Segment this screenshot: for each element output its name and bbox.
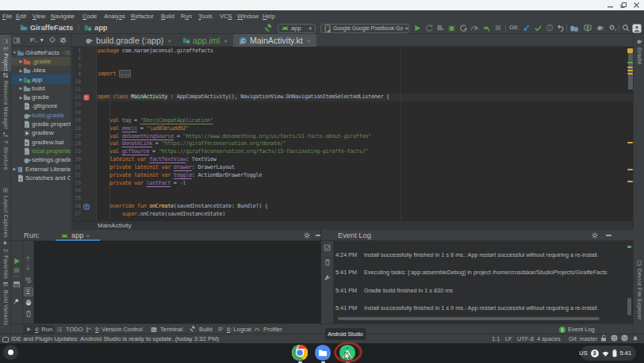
toolwindow-tab-4-run[interactable]: 4: Run <box>23 325 55 334</box>
stripe-1-project[interactable]: 1: Project <box>0 35 11 71</box>
soft-wrap-button[interactable] <box>25 277 33 285</box>
launcher-button[interactable] <box>3 345 18 360</box>
clear-all-button[interactable] <box>25 310 33 318</box>
event-log-settings-gear-icon[interactable] <box>591 231 599 239</box>
folded-region[interactable]: ... <box>119 70 132 78</box>
tree-item-gradle[interactable]: ▶gradle <box>11 93 71 101</box>
event-log-hscrollbar[interactable] <box>338 317 600 320</box>
system-tray[interactable]: US 3 5:41 <box>581 346 636 361</box>
tree-item-scratches-and-consoles[interactable]: Scratches and Consoles <box>11 174 71 182</box>
menu-refactor[interactable]: Refactor <box>131 10 154 22</box>
close-icon[interactable]: × <box>307 37 311 44</box>
code-line-32[interactable]: private lateinit var toggle: ActionBarDr… <box>98 172 262 180</box>
tree-item-local-properties[interactable]: local.properties <box>11 147 71 155</box>
code-line-1[interactable]: package com.naranjaconsal.giraffefacts <box>98 48 213 55</box>
pin-tab-button[interactable] <box>13 298 21 306</box>
mark-all-read-button[interactable] <box>324 244 332 252</box>
menu-edit[interactable]: Edit <box>16 10 26 22</box>
make-project-button[interactable] <box>263 24 272 32</box>
tree-item-giraffefacts[interactable]: ▼GiraffeFacts~/StudioProjects/GiraffeFac… <box>11 48 71 57</box>
tree-item-gradlew[interactable]: gradlew <box>11 128 71 137</box>
frown-icon[interactable] <box>621 334 628 342</box>
tree-item-gradlew-bat[interactable]: gradlew.bat <box>11 138 71 147</box>
toolwindow-tab-todo[interactable]: TODO <box>53 325 86 334</box>
sdk-manager-button[interactable] <box>608 24 616 32</box>
breadcrumb-project[interactable]: GiraffeFacts <box>30 22 73 34</box>
editor-breadcrumb[interactable]: MainActivity <box>72 220 633 230</box>
code-line-22[interactable]: open class MainActivity : AppCompatActiv… <box>98 94 389 101</box>
run-console[interactable] <box>35 241 320 323</box>
menu-run[interactable]: Run <box>181 10 192 22</box>
tree-item-external-libraries[interactable]: ▶External Libraries <box>11 164 71 173</box>
stop-button[interactable] <box>13 266 21 274</box>
scroll-to-end-button[interactable] <box>25 288 33 296</box>
profile-avatar[interactable] <box>632 24 641 32</box>
attach-debugger-button[interactable] <box>482 24 491 32</box>
tree-item-app[interactable]: ▶app <box>11 75 71 83</box>
clear-log-button[interactable] <box>324 258 332 266</box>
window-close-button[interactable] <box>631 0 642 10</box>
menu-file[interactable]: File <box>2 10 12 22</box>
menu-tools[interactable]: Tools <box>198 10 213 22</box>
log-settings-button[interactable] <box>324 274 332 282</box>
smiley-icon[interactable] <box>611 334 618 342</box>
code-line-33[interactable]: private var lastFact = -1 <box>98 180 186 188</box>
locate-file-button[interactable] <box>49 36 57 44</box>
close-icon[interactable]: × <box>224 37 228 44</box>
run-configuration-select[interactable]: app▼ <box>278 24 316 33</box>
event-log-button[interactable]: 1 Event Log <box>559 325 595 334</box>
code-editor[interactable]: 1234202122C23242526272829303132333435363… <box>72 47 633 220</box>
next-occurrence-button[interactable] <box>25 265 33 273</box>
toolwindow-tab-profiler[interactable]: Profiler <box>251 325 285 334</box>
code-line-28[interactable]: val donateLink = "https://giraffeconserv… <box>98 140 286 148</box>
git-rollback-button[interactable] <box>556 24 565 32</box>
close-icon[interactable]: × <box>86 232 90 239</box>
window-restore-button[interactable] <box>618 0 629 10</box>
stripe-7-structure[interactable]: 7: Structure <box>0 128 11 170</box>
device-select[interactable]: Google Google Pixelbook Go▼ <box>320 24 409 33</box>
code-line-27[interactable]: val doSomethingSource = "https://www.dos… <box>98 133 371 141</box>
breadcrumb-class-name[interactable]: MainActivity <box>98 222 132 229</box>
debug-button[interactable] <box>447 24 456 32</box>
profile-button[interactable] <box>470 24 479 32</box>
apply-changes-button[interactable] <box>436 24 445 32</box>
code-line-25[interactable]: val tag = "EmojiCompatApplication" <box>98 117 213 125</box>
stripe-build-variants[interactable]: Build Variants <box>0 278 11 325</box>
code-line-4[interactable]: import ... <box>98 71 131 78</box>
tree-item--idea[interactable]: ▶.idea <box>11 66 71 75</box>
indent-style[interactable]: 4 spaces <box>537 334 561 343</box>
caret-position[interactable]: 1:1 <box>492 334 500 343</box>
menu-help[interactable]: Help <box>263 10 275 22</box>
sync-project-button[interactable] <box>569 24 578 32</box>
git-commit-button[interactable] <box>534 24 542 32</box>
lock-icon[interactable] <box>600 334 607 342</box>
line-separator[interactable]: LF <box>505 334 512 343</box>
editor-tab-app-iml[interactable]: app.iml× <box>177 34 233 47</box>
event-log-hide-icon[interactable] <box>606 235 611 236</box>
code-line-31[interactable]: private lateinit var drawer: DrawerLayou… <box>98 164 235 172</box>
rerun-button[interactable] <box>425 24 434 32</box>
code-line-29[interactable]: val gcfSource = "https://giraffeconserva… <box>98 148 368 156</box>
menu-vcs[interactable]: VCS <box>220 10 232 22</box>
toolwindow-tab-build[interactable]: Build <box>186 325 215 334</box>
apply-code-changes-button[interactable] <box>459 24 468 32</box>
menu-navigate[interactable]: Navigate <box>51 10 75 22</box>
status-message[interactable]: IDE and Plugin Updates: Android Studio i… <box>11 334 219 343</box>
stripe-2-favorites[interactable]: 2: Favorites <box>0 237 11 279</box>
toolwindow-tab-9-version-control[interactable]: 9: Version Control <box>82 325 145 334</box>
menu-window[interactable]: Window <box>237 10 259 22</box>
menu-build[interactable]: Build <box>161 10 174 22</box>
close-icon[interactable]: × <box>167 37 171 44</box>
stop-button[interactable] <box>494 24 503 32</box>
kotlin-class-icon[interactable]: C <box>83 94 90 101</box>
menu-code[interactable]: Code <box>82 10 97 22</box>
tool-window-switcher-icon[interactable] <box>2 337 9 342</box>
rerun-button[interactable] <box>13 257 21 265</box>
project-settings-gear-icon[interactable] <box>59 36 68 45</box>
tree-item--gradle[interactable]: ▶.gradle <box>11 57 71 66</box>
git-history-button[interactable] <box>546 24 554 32</box>
editor-tab-build-gradle-app-[interactable]: build.gradle (:app)× <box>79 34 177 47</box>
menu-analyze[interactable]: Analyze <box>104 10 125 22</box>
tree-item-gradle-properties[interactable]: gradle.properties <box>11 120 71 128</box>
code-line-30[interactable]: lateinit var factTextView: TextView <box>98 156 217 164</box>
